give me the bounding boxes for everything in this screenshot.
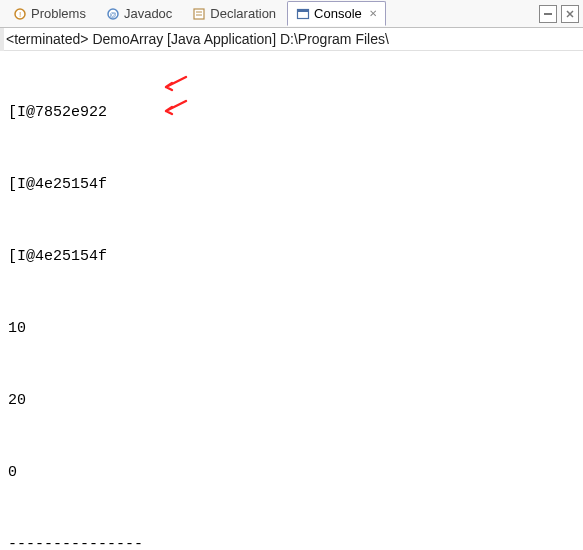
close-icon[interactable]: ✕ [369,8,377,19]
arrow-annotation [160,74,188,103]
output-line: [I@4e25154f [8,173,575,197]
toolbar-right [539,5,579,23]
output-line: [I@4e25154f [8,245,575,269]
tab-label: Javadoc [124,6,172,21]
svg-rect-4 [194,9,204,19]
console-icon [296,7,310,21]
output-line: 10 [8,317,575,341]
views-tab-bar: ! Problems @ Javadoc Declaration [0,0,583,28]
tab-console[interactable]: Console ✕ [287,1,386,26]
remove-launch-button[interactable] [539,5,557,23]
svg-text:!: ! [19,10,21,19]
svg-text:@: @ [109,11,116,18]
output-line: [I@7852e922 [8,101,575,125]
tab-label: Console [314,6,362,21]
console-status-line: <terminated> DemoArray [Java Application… [0,28,583,51]
declaration-icon [192,7,206,21]
tab-label: Declaration [210,6,276,21]
remove-all-button[interactable] [561,5,579,23]
svg-rect-8 [298,9,309,12]
tab-declaration[interactable]: Declaration [183,1,285,26]
tab-label: Problems [31,6,86,21]
output-line: 20 [8,389,575,413]
output-line: 0 [8,461,575,485]
problems-icon: ! [13,7,27,21]
tab-javadoc[interactable]: @ Javadoc [97,1,181,26]
javadoc-icon: @ [106,7,120,21]
output-line: --------------- [8,533,575,550]
tab-problems[interactable]: ! Problems [4,1,95,26]
console-output[interactable]: [I@7852e922 [I@4e25154f [I@4e25154f 10 2… [0,51,583,550]
svg-rect-9 [544,13,552,15]
